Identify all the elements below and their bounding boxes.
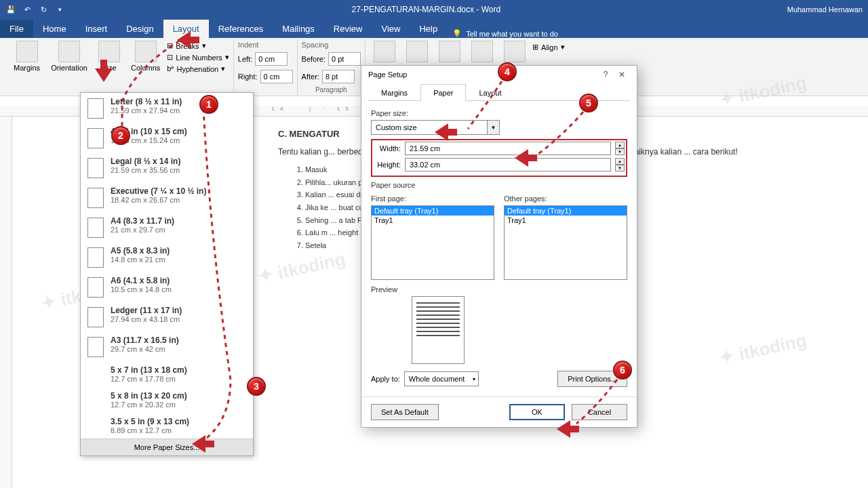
menu-help[interactable]: Help — [410, 20, 447, 38]
first-page-list[interactable]: Default tray (Tray1) Tray1 — [371, 205, 494, 280]
after-input[interactable] — [322, 70, 355, 83]
menu-design[interactable]: Design — [117, 20, 163, 38]
tell-me[interactable]: Tell me what you want to do — [466, 30, 558, 38]
list-item[interactable]: Default tray (Tray1) — [372, 206, 494, 216]
line-numbers-button[interactable]: ⊡ Line Numbers ▾ — [167, 52, 229, 62]
preview-page — [412, 296, 465, 364]
svg-marker-1 — [435, 123, 457, 141]
more-paper-sizes[interactable]: More Paper Sizes... — [81, 439, 253, 455]
before-label: Before: — [302, 55, 326, 63]
width-down[interactable]: ▼ — [615, 148, 625, 155]
paragraph-group-label: Paragraph — [302, 86, 361, 95]
save-icon[interactable]: 💾 — [5, 4, 16, 15]
size-option[interactable]: Legal (8 ½ x 14 in)21.59 cm x 35.56 cm — [81, 152, 253, 182]
other-pages-list[interactable]: Default tray (Tray1) Tray1 — [504, 205, 627, 280]
first-page-label: First page: — [371, 195, 494, 203]
svg-marker-2 — [515, 149, 537, 167]
backward-button[interactable] — [467, 39, 497, 64]
paper-size-arrow[interactable]: ▼ — [488, 120, 500, 135]
tab-paper[interactable]: Paper — [420, 84, 466, 101]
height-down[interactable]: ▼ — [615, 165, 625, 171]
menu-file[interactable]: File — [0, 20, 33, 38]
indent-label: Indent — [238, 41, 259, 49]
size-option[interactable]: Executive (7 ¼ x 10 ½ in)18.42 cm x 26.6… — [81, 182, 253, 212]
indent-left-input[interactable] — [255, 52, 288, 66]
list-item[interactable]: Default tray (Tray1) — [505, 206, 627, 216]
menu-mailings[interactable]: Mailings — [273, 20, 324, 38]
menu-review[interactable]: Review — [324, 20, 372, 38]
menu-references[interactable]: References — [209, 20, 273, 38]
callout-badge-1: 1 — [199, 95, 218, 114]
width-input[interactable] — [405, 142, 611, 155]
dialog-title: Page Setup — [368, 70, 597, 79]
close-icon[interactable]: ✕ — [614, 70, 630, 79]
set-default-button[interactable]: Set As Default — [371, 404, 439, 420]
apply-to-select[interactable]: Whole document — [404, 371, 479, 386]
undo-icon[interactable]: ↶ — [22, 4, 33, 15]
vertical-ruler — [0, 117, 12, 488]
size-dropdown: Letter (8 ½ x 11 in)21.59 cm x 27.94 cm4… — [80, 92, 254, 456]
after-label: After: — [302, 73, 319, 81]
orientation-button[interactable]: Orientation — [47, 39, 92, 73]
size-option[interactable]: A5 (5.8 x 8.3 in)14.8 cm x 21 cm — [81, 242, 253, 272]
svg-marker-4 — [557, 420, 579, 438]
redo-icon[interactable]: ↻ — [38, 4, 49, 15]
callout-badge-5: 5 — [579, 94, 598, 113]
list-item[interactable]: Tray1 — [372, 216, 494, 225]
document-title: 27-PENGATURAN-MARGIN.docx - Word — [65, 5, 787, 14]
before-input[interactable] — [328, 52, 361, 66]
svg-marker-3 — [192, 435, 214, 453]
svg-marker-0 — [177, 31, 199, 49]
width-label: Width: — [374, 144, 401, 152]
menu-bar: File Home Insert Design Layout Reference… — [0, 19, 868, 38]
width-height-highlight: Width:▲▼ Height:▲▼ — [371, 139, 627, 177]
forward-button[interactable] — [435, 39, 465, 64]
cancel-button[interactable]: Cancel — [572, 404, 627, 420]
size-option[interactable]: 5 x 8 in (13 x 20 cm)12.7 cm x 20.32 cm — [81, 387, 253, 413]
hyphenation-button[interactable]: bᵃ Hyphenation ▾ — [167, 64, 229, 74]
title-bar: 💾 ↶ ↻ ▾ 27-PENGATURAN-MARGIN.docx - Word… — [0, 0, 868, 19]
size-option[interactable]: A3 (11.7 x 16.5 in)29.7 cm x 42 cm — [81, 331, 253, 361]
size-option[interactable]: Letter (8 ½ x 11 in)21.59 cm x 27.94 cm — [81, 93, 253, 123]
bulb-icon: 💡 — [452, 29, 462, 38]
position-button[interactable] — [370, 39, 399, 64]
apply-to-label: Apply to: — [371, 375, 400, 383]
paper-source-label: Paper source — [371, 181, 627, 189]
paper-size-select[interactable]: Custom size — [371, 120, 488, 135]
callout-badge-4: 4 — [498, 62, 517, 81]
page-setup-dialog: Page Setup ? ✕ Margins Paper Layout Pape… — [361, 65, 637, 428]
height-up[interactable]: ▲ — [615, 158, 625, 165]
selection-pane-button[interactable] — [500, 39, 530, 64]
columns-button[interactable]: Columns — [127, 39, 164, 73]
wrap-button[interactable] — [402, 39, 432, 64]
other-pages-label: Other pages: — [504, 195, 627, 203]
size-option[interactable]: 5 x 7 in (13 x 18 cm)12.7 cm x 17.78 cm — [81, 361, 253, 387]
ok-button[interactable]: OK — [509, 404, 565, 420]
size-option[interactable]: 3.5 x 5 in (9 x 13 cm)8.89 cm x 12.7 cm — [81, 413, 253, 439]
align-button[interactable]: ⊞ Align ▾ — [532, 42, 564, 52]
margins-button[interactable]: Margins — [9, 39, 44, 73]
tab-margins[interactable]: Margins — [368, 84, 420, 101]
width-up[interactable]: ▲ — [615, 142, 625, 148]
indent-left-label: Left: — [238, 55, 252, 63]
menu-home[interactable]: Home — [33, 20, 76, 38]
size-option[interactable]: A4 (8.3 x 11.7 in)21 cm x 29.7 cm — [81, 212, 253, 242]
callout-badge-2: 2 — [111, 126, 130, 145]
menu-view[interactable]: View — [372, 20, 410, 38]
spacing-label: Spacing — [302, 41, 329, 49]
indent-right-input[interactable] — [260, 70, 293, 83]
size-option[interactable]: 4 x 6 in (10 x 15 cm)10.16 cm x 15.24 cm — [81, 123, 253, 152]
height-label: Height: — [374, 161, 401, 169]
qat-more-icon[interactable]: ▾ — [54, 4, 65, 15]
list-item[interactable]: Tray1 — [505, 216, 627, 225]
user-name: Muhammad Hernawan — [787, 5, 863, 14]
help-icon[interactable]: ? — [597, 70, 614, 79]
callout-badge-3: 3 — [247, 377, 266, 396]
size-option[interactable]: Ledger (11 x 17 in)27.94 cm x 43.18 cm — [81, 302, 253, 331]
menu-insert[interactable]: Insert — [76, 20, 117, 38]
tab-layout[interactable]: Layout — [466, 84, 514, 101]
height-input[interactable] — [405, 158, 611, 171]
size-option[interactable]: A6 (4.1 x 5.8 in)10.5 cm x 14.8 cm — [81, 272, 253, 302]
preview-label: Preview — [371, 285, 627, 293]
svg-marker-5 — [95, 60, 113, 82]
